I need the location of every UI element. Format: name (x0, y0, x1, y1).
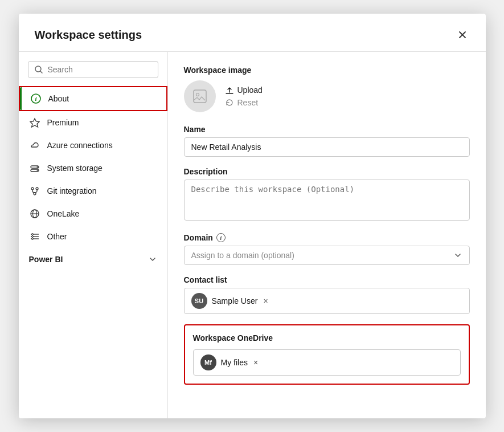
search-icon (34, 65, 43, 74)
upload-button[interactable]: Upload (225, 85, 263, 95)
storage-label: System storage (47, 164, 103, 173)
image-icon (192, 89, 207, 104)
workspace-image-label: Workspace image (184, 66, 470, 75)
workspace-image-placeholder (184, 80, 216, 112)
svg-point-17 (31, 234, 33, 235)
search-box[interactable] (28, 61, 158, 78)
description-input[interactable] (184, 180, 470, 221)
contact-chip: SU Sample User × (191, 293, 269, 309)
other-icon (29, 231, 40, 242)
modal-title: Workspace settings (35, 28, 142, 42)
svg-text:i: i (35, 95, 37, 102)
onedrive-section: Workspace OneDrive Mf My files × (184, 324, 470, 385)
svg-point-19 (31, 238, 33, 240)
about-icon: i (30, 93, 42, 104)
premium-icon (29, 117, 40, 128)
name-label: Name (184, 125, 470, 134)
onedrive-avatar: Mf (200, 354, 216, 370)
reset-label: Reset (237, 98, 259, 107)
git-label: Git integration (47, 186, 97, 195)
domain-info-icon: i (216, 233, 226, 242)
onedrive-box[interactable]: Mf My files × (193, 349, 461, 376)
svg-point-18 (31, 236, 33, 238)
upload-label: Upload (237, 85, 263, 95)
azure-label: Azure connections (47, 141, 113, 150)
domain-placeholder: Assign to a domain (optional) (191, 251, 294, 260)
upload-icon (225, 85, 234, 95)
contact-avatar: SU (191, 293, 207, 309)
other-label: Other (47, 232, 67, 241)
workspace-image-row: Upload Reset (184, 80, 470, 112)
onedrive-chip: Mf My files × (200, 354, 260, 370)
search-input[interactable] (48, 65, 152, 74)
domain-section: Domain i Assign to a domain (optional) (184, 233, 470, 265)
svg-marker-3 (30, 119, 39, 127)
powerbi-section-label: Power BI (29, 255, 63, 264)
svg-point-8 (31, 188, 34, 190)
sidebar-item-storage[interactable]: System storage (19, 157, 167, 180)
domain-select[interactable]: Assign to a domain (optional) (184, 246, 470, 265)
contact-list-label: Contact list (184, 275, 470, 284)
domain-chevron-icon (453, 251, 462, 260)
modal-body: i About Premium (19, 52, 486, 418)
svg-rect-20 (194, 90, 206, 103)
modal-header: Workspace settings (19, 14, 486, 52)
sidebar-item-about[interactable]: i About (19, 86, 167, 111)
sidebar-item-onelake[interactable]: OneLake (19, 202, 167, 225)
contact-list-section: Contact list SU Sample User × (184, 275, 470, 314)
svg-point-21 (196, 93, 199, 96)
onedrive-remove-button[interactable]: × (252, 358, 259, 366)
description-section: Description (184, 167, 470, 223)
git-icon (29, 185, 40, 197)
sidebar-item-premium[interactable]: Premium (19, 111, 167, 134)
azure-icon (29, 140, 40, 151)
close-button[interactable] (455, 27, 470, 42)
chevron-down-icon (148, 255, 157, 264)
sidebar-item-azure[interactable]: Azure connections (19, 134, 167, 157)
onelake-icon (29, 208, 40, 219)
contact-list-box[interactable]: SU Sample User × (184, 288, 470, 314)
image-actions: Upload Reset (225, 85, 263, 107)
onedrive-item-name: My files (221, 358, 248, 367)
workspace-settings-modal: Workspace settings (19, 14, 486, 418)
contact-remove-button[interactable]: × (262, 297, 269, 305)
close-icon (457, 30, 468, 40)
svg-point-6 (36, 166, 38, 168)
sidebar: i About Premium (19, 52, 168, 418)
name-section: Name (184, 125, 470, 157)
sidebar-section-powerbi[interactable]: Power BI (19, 248, 167, 268)
storage-icon (29, 162, 40, 174)
sidebar-item-git[interactable]: Git integration (19, 180, 167, 202)
reset-button[interactable]: Reset (225, 98, 263, 107)
sidebar-item-other[interactable]: Other (19, 225, 167, 248)
description-label: Description (184, 167, 470, 176)
svg-point-9 (36, 188, 38, 190)
reset-icon (225, 98, 234, 107)
onelake-label: OneLake (47, 209, 80, 218)
workspace-image-section: Workspace image (184, 66, 470, 112)
about-label: About (48, 94, 69, 103)
main-content: Workspace image (168, 52, 486, 418)
contact-name: Sample User (212, 296, 258, 305)
name-input[interactable] (184, 137, 470, 157)
domain-label: Domain i (184, 233, 470, 242)
svg-point-7 (36, 170, 38, 171)
modal-backdrop: Workspace settings (0, 0, 504, 432)
premium-label: Premium (47, 118, 79, 127)
onedrive-label: Workspace OneDrive (193, 333, 461, 343)
